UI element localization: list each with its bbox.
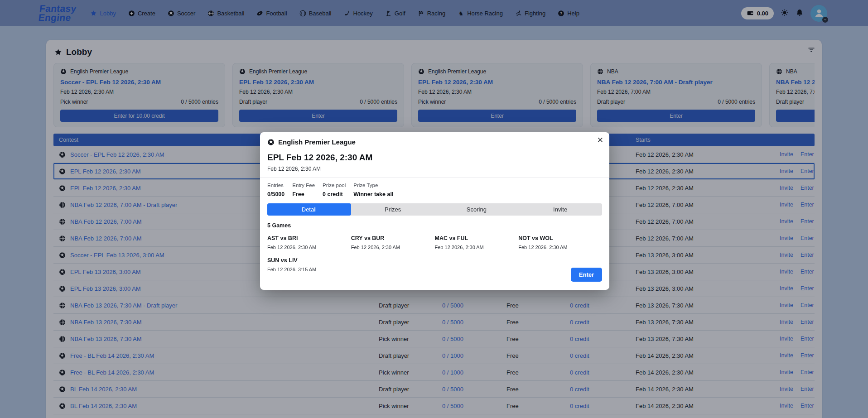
tab-detail[interactable]: Detail (267, 203, 351, 216)
tab-prizes[interactable]: Prizes (351, 203, 435, 216)
modal-tabs: Detail Prizes Scoring Invite (267, 203, 602, 216)
game-matchup: AST vs BRI (267, 235, 351, 241)
game-date: Feb 12 2026, 2:30 AM (435, 245, 519, 250)
contest-detail-modal: English Premier League ✕ EPL Feb 12 2026… (260, 132, 609, 290)
stat-label: Entries (267, 183, 285, 188)
stat-prize-type: Prize Type Winner take all (353, 183, 393, 197)
stat-prize-pool: Prize pool 0 credit (323, 183, 346, 197)
game-1: AST vs BRI Feb 12 2026, 2:30 AM (267, 235, 351, 250)
game-date: Feb 12 2026, 3:15 AM (267, 267, 351, 272)
stat-label: Entry Fee (292, 183, 315, 188)
game-matchup: SUN vs LIV (267, 257, 351, 264)
game-matchup: MAC vs FUL (435, 235, 519, 241)
modal-contest-title: EPL Feb 12 2026, 2:30 AM (267, 153, 602, 163)
game-date: Feb 12 2026, 2:30 AM (267, 245, 351, 250)
games-count-heading: 5 Games (267, 222, 602, 229)
close-icon[interactable]: ✕ (597, 136, 603, 144)
games-grid: AST vs BRI Feb 12 2026, 2:30 AM CRY vs B… (267, 235, 602, 272)
stat-label: Prize Type (353, 183, 393, 188)
stat-value: 0 credit (323, 191, 346, 197)
game-matchup: NOT vs WOL (518, 235, 602, 241)
game-5: SUN vs LIV Feb 12 2026, 3:15 AM (267, 257, 351, 272)
modal-league-row: English Premier League (267, 138, 602, 146)
game-date: Feb 12 2026, 2:30 AM (518, 245, 602, 250)
tab-scoring[interactable]: Scoring (435, 203, 519, 216)
modal-divider (260, 178, 609, 178)
modal-league-name: English Premier League (278, 138, 356, 146)
modal-stats-row: Entries 0/5000 Entry Fee Free Prize pool… (267, 183, 602, 197)
game-3: MAC vs FUL Feb 12 2026, 2:30 AM (435, 235, 519, 250)
modal-footer: Enter (571, 268, 602, 282)
stat-value: Free (292, 191, 315, 197)
soccer-icon (267, 139, 275, 146)
game-matchup: CRY vs BUR (351, 235, 435, 241)
stat-value: 0/5000 (267, 191, 285, 197)
stat-label: Prize pool (323, 183, 346, 188)
stat-value: Winner take all (353, 191, 393, 197)
game-date: Feb 12 2026, 2:30 AM (351, 245, 435, 250)
stat-entries: Entries 0/5000 (267, 183, 285, 197)
game-2: CRY vs BUR Feb 12 2026, 2:30 AM (351, 235, 435, 250)
stat-entry-fee: Entry Fee Free (292, 183, 315, 197)
tab-invite[interactable]: Invite (518, 203, 602, 216)
game-4: NOT vs WOL Feb 12 2026, 2:30 AM (518, 235, 602, 250)
modal-contest-date: Feb 12 2026, 2:30 AM (267, 166, 602, 172)
modal-enter-button[interactable]: Enter (571, 268, 602, 282)
